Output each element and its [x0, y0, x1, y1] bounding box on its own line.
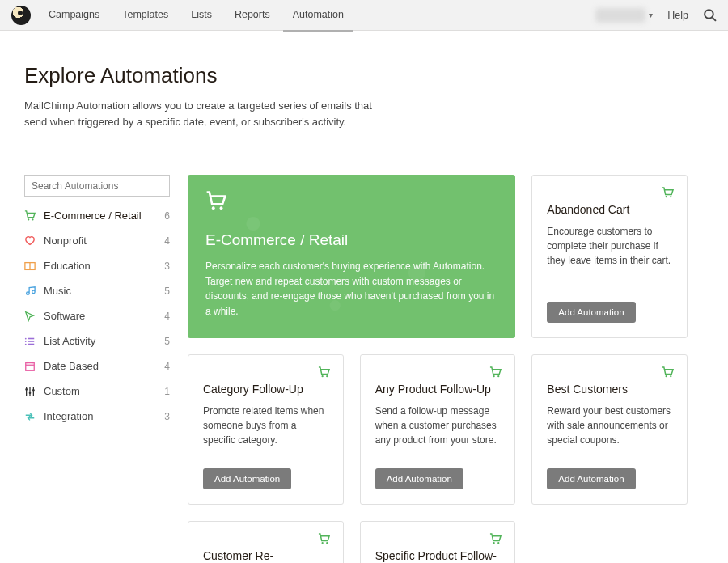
card-title: Abandoned Cart — [547, 203, 672, 216]
category-calendar[interactable]: Date Based 4 — [24, 353, 170, 379]
nav-lists[interactable]: Lists — [181, 0, 222, 32]
page-subtitle: MailChimp Automation allows you to creat… — [24, 98, 372, 129]
nav-templates[interactable]: Templates — [112, 0, 178, 32]
top-header: Campaigns Templates Lists Reports Automa… — [0, 0, 728, 31]
category-book[interactable]: Education 3 — [24, 253, 170, 278]
category-label: Music — [44, 285, 164, 297]
category-heart[interactable]: Nonprofit 4 — [24, 228, 170, 253]
card-title: Best Customers — [547, 383, 672, 396]
add-automation-button[interactable]: Add Automation — [203, 468, 291, 489]
category-list[interactable]: List Activity 5 — [24, 328, 170, 353]
category-label: Integration — [44, 410, 164, 422]
automation-card: Category Follow-Up Promote related items… — [188, 354, 344, 505]
sidebar: E-Commerce / Retail 6 Nonprofit 4 Educat… — [24, 175, 170, 429]
automation-card: Any Product Follow-Up Send a follow-up m… — [360, 354, 516, 505]
cart-icon — [489, 533, 502, 545]
cart-icon — [24, 210, 36, 222]
category-count: 4 — [164, 235, 170, 247]
category-count: 1 — [164, 386, 170, 397]
category-cursor[interactable]: Software 4 — [24, 303, 170, 328]
category-cart[interactable]: E-Commerce / Retail 6 — [24, 203, 170, 228]
nav-campaigns[interactable]: Campaigns — [39, 0, 109, 32]
category-label: Software — [44, 310, 164, 322]
category-count: 4 — [164, 361, 170, 372]
card-title: Specific Product Follow-Up — [375, 549, 501, 563]
cart-icon — [318, 533, 330, 545]
add-automation-button[interactable]: Add Automation — [547, 302, 635, 323]
cart-icon — [662, 187, 674, 199]
category-label: Custom — [44, 385, 164, 397]
hero-desc: Personalize each customer's buying exper… — [205, 259, 497, 319]
arrows-icon — [24, 411, 36, 422]
category-label: Nonprofit — [44, 235, 164, 247]
category-count: 4 — [164, 311, 170, 322]
search-icon[interactable] — [703, 8, 717, 22]
category-count: 3 — [164, 411, 170, 422]
music-icon — [24, 286, 36, 297]
category-music[interactable]: Music 5 — [24, 278, 170, 303]
main-nav: Campaigns Templates Lists Reports Automa… — [39, 0, 353, 32]
category-count: 6 — [164, 210, 170, 222]
card-desc: Promote related items when someone buys … — [203, 404, 328, 457]
sliders-icon — [24, 386, 36, 397]
automation-card: Specific Product Follow-Up Request a rev… — [360, 521, 516, 563]
card-title: Category Follow-Up — [203, 383, 328, 396]
category-arrows[interactable]: Integration 3 — [24, 404, 170, 429]
category-sliders[interactable]: Custom 1 — [24, 379, 170, 404]
cart-icon — [662, 366, 674, 379]
card-desc: Reward your best customers with sale ann… — [547, 404, 672, 457]
help-link[interactable]: Help — [667, 10, 688, 21]
nav-reports[interactable]: Reports — [225, 0, 280, 32]
calendar-icon — [24, 361, 36, 372]
category-count: 5 — [164, 336, 170, 347]
category-count: 3 — [164, 260, 170, 272]
heart-icon — [24, 235, 36, 247]
category-hero: E-Commerce / Retail Personalize each cus… — [188, 175, 515, 338]
add-automation-button[interactable]: Add Automation — [547, 468, 635, 489]
hero-title: E-Commerce / Retail — [205, 231, 497, 249]
category-label: E-Commerce / Retail — [44, 210, 164, 222]
cursor-icon — [24, 311, 36, 322]
cart-icon — [318, 366, 330, 379]
card-desc: Encourage customers to complete their pu… — [547, 224, 672, 290]
page-title: Explore Automations — [24, 63, 688, 88]
automation-card: Abandoned Cart Encourage customers to co… — [531, 175, 688, 338]
cart-icon — [205, 191, 226, 212]
card-title: Any Product Follow-Up — [375, 383, 501, 396]
add-automation-button[interactable]: Add Automation — [375, 468, 463, 489]
mailchimp-logo[interactable] — [11, 6, 31, 25]
card-desc: Send a follow-up message when a customer… — [375, 404, 501, 457]
category-count: 5 — [164, 286, 170, 297]
card-title: Customer Re-Engagement — [203, 549, 328, 563]
category-label: Education — [44, 260, 164, 272]
automation-card: Best Customers Reward your best customer… — [531, 354, 688, 505]
chevron-down-icon[interactable]: ▾ — [649, 11, 653, 19]
search-input[interactable] — [24, 175, 170, 197]
list-icon — [24, 336, 36, 347]
category-label: List Activity — [44, 335, 164, 347]
cart-icon — [489, 366, 502, 379]
category-label: Date Based — [44, 360, 164, 372]
nav-automation[interactable]: Automation — [283, 0, 353, 32]
book-icon — [24, 260, 36, 272]
automation-card: Customer Re-Engagement Win back customer… — [188, 521, 344, 563]
account-menu[interactable] — [595, 8, 645, 23]
